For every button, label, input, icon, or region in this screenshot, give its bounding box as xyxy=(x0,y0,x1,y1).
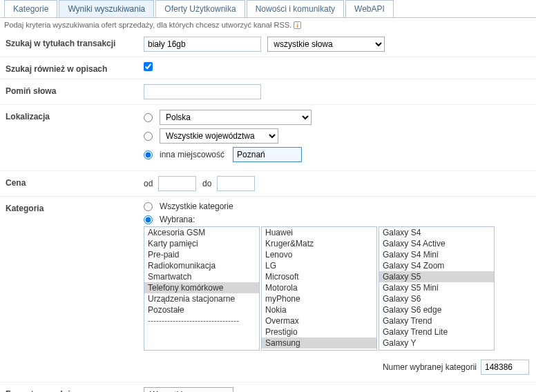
list-item[interactable]: Telefony komórkowe xyxy=(144,282,259,293)
list-item[interactable]: LG xyxy=(262,260,376,271)
price-from-input[interactable] xyxy=(158,176,196,191)
cat-all-label: Wszystkie kategorie xyxy=(160,202,233,211)
list-item[interactable]: Smartwatch xyxy=(144,271,259,282)
tab-nowosci[interactable]: Nowości i komunikaty xyxy=(247,0,344,17)
list-item[interactable]: Nokia xyxy=(262,304,376,315)
list-item[interactable]: Galaxy S5 Mini xyxy=(379,282,494,293)
hint-text: Podaj kryteria wyszukiwania ofert sprzed… xyxy=(4,21,291,29)
loc-radio-country[interactable] xyxy=(144,113,153,122)
list-item[interactable]: Lenovo xyxy=(262,249,376,260)
label-search-desc: Szukaj również w opisach xyxy=(6,62,144,74)
tab-wyniki-wyszukiwania[interactable]: Wyniki wyszukiwania xyxy=(59,0,154,17)
loc-radio-other[interactable] xyxy=(144,150,153,159)
list-item[interactable]: Galaxy Y xyxy=(379,337,494,349)
cat-listbox-1[interactable]: Akcesoria GSMKarty pamięciPre-paidRadiok… xyxy=(144,226,260,351)
list-item[interactable]: --------------------------------- xyxy=(144,315,259,326)
search-title-input[interactable] xyxy=(144,37,261,52)
label-price: Cena xyxy=(6,176,144,188)
tab-kategorie[interactable]: Kategorie xyxy=(4,0,57,17)
list-item[interactable]: Galaxy S4 Zoom xyxy=(379,260,494,271)
list-item[interactable]: Prestigio xyxy=(262,326,376,337)
loc-other-label: inna miejscowość xyxy=(160,150,224,159)
tab-oferty-uzytkownika[interactable]: Oferty Użytkownika xyxy=(155,0,245,17)
list-item[interactable]: Galaxy S4 xyxy=(379,227,494,238)
label-skip-words: Pomiń słowa xyxy=(6,84,144,96)
list-item[interactable]: Urządzenia stacjonarne xyxy=(144,293,259,304)
label-location: Lokalizacja xyxy=(6,110,144,121)
list-item[interactable]: Galaxy Trend Lite xyxy=(379,326,494,337)
cat-listbox-2[interactable]: HuaweiKruger&MatzLenovoLGMicrosoftMotoro… xyxy=(261,226,377,351)
list-item[interactable]: Overmax xyxy=(262,315,376,326)
tabs-bar: Kategorie Wyniki wyszukiwania Oferty Uży… xyxy=(0,0,536,18)
cat-listbox-3[interactable]: Galaxy S4Galaxy S4 ActiveGalaxy S4 MiniG… xyxy=(379,226,495,351)
loc-radio-region[interactable] xyxy=(144,132,153,141)
loc-country-select[interactable]: Polska xyxy=(160,110,312,125)
list-item[interactable]: Galaxy S6 edge xyxy=(379,304,494,315)
hint-row: Podaj kryteria wyszukiwania ofert sprzed… xyxy=(0,18,536,32)
list-item[interactable]: Pozostałe xyxy=(144,304,259,315)
list-item[interactable]: Galaxy Trend xyxy=(379,315,494,326)
list-item[interactable]: Galaxy S6 xyxy=(379,293,494,304)
cat-num-input[interactable] xyxy=(481,360,529,375)
price-from-label: od xyxy=(144,179,153,188)
list-item[interactable]: Karty pamięci xyxy=(144,238,259,249)
label-format: Format sprzedaży xyxy=(6,387,144,392)
loc-other-input[interactable] xyxy=(233,147,302,162)
list-item[interactable]: Galaxy S4 Mini xyxy=(379,249,494,260)
cat-num-label: Numer wybranej kategorii xyxy=(383,362,477,372)
search-mode-select[interactable]: wszystkie słowa xyxy=(267,37,385,52)
list-item[interactable]: myPhone xyxy=(262,293,376,304)
cat-radio-selected[interactable] xyxy=(144,215,153,224)
info-icon[interactable]: i xyxy=(294,21,301,29)
tab-webapi[interactable]: WebAPI xyxy=(345,0,394,17)
loc-region-select[interactable]: Wszystkie województwa xyxy=(160,128,278,144)
cat-radio-all[interactable] xyxy=(144,202,153,211)
list-item[interactable]: Pre-paid xyxy=(144,249,259,260)
list-item[interactable]: Microsoft xyxy=(262,271,376,282)
skip-words-input[interactable] xyxy=(144,84,261,99)
price-to-label: do xyxy=(202,179,211,188)
list-item[interactable]: Galaxy S4 Active xyxy=(379,238,494,249)
price-to-input[interactable] xyxy=(217,176,255,191)
list-item[interactable]: Kruger&Matz xyxy=(262,238,376,249)
cat-selected-label: Wybrana: xyxy=(160,215,195,224)
list-item[interactable]: Motorola xyxy=(262,282,376,293)
search-desc-checkbox[interactable] xyxy=(144,62,153,71)
label-search-title: Szukaj w tytułach transakcji xyxy=(6,37,144,48)
format-select[interactable]: Wszystkie xyxy=(144,387,233,392)
label-category: Kategoria xyxy=(6,202,144,213)
list-item[interactable]: Samsung xyxy=(262,337,376,349)
list-item[interactable]: Akcesoria GSM xyxy=(144,227,259,238)
list-item[interactable]: Huawei xyxy=(262,227,376,238)
list-item[interactable]: Galaxy S5 xyxy=(379,271,494,282)
list-item[interactable]: Radiokomunikacja xyxy=(144,260,259,271)
